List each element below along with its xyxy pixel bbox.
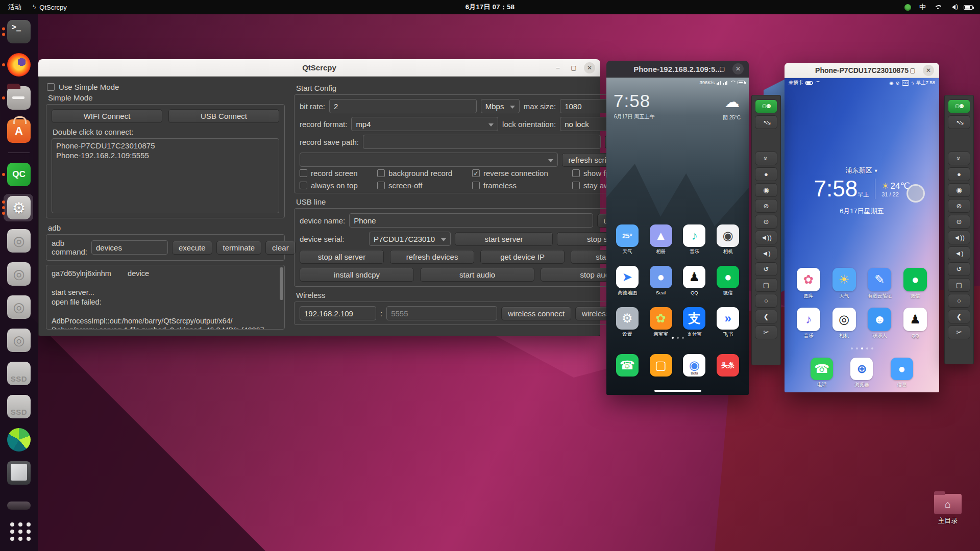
app-相册[interactable]: ▲相册 (644, 224, 678, 255)
close-button[interactable]: ✕ (584, 62, 595, 73)
dock-item-show-applications[interactable] (4, 519, 34, 543)
app-图库[interactable]: ✿图库 (791, 268, 826, 299)
app-messages-app[interactable]: ▢ (644, 354, 678, 377)
screenshot-button[interactable]: ● (948, 167, 970, 181)
start-server-button[interactable]: start server (455, 232, 553, 246)
app-switch-button[interactable]: ▢ (755, 278, 777, 292)
assistive-ball[interactable] (906, 184, 925, 203)
device-serial-dropdown[interactable]: P7CDU17C23010 (369, 232, 451, 246)
volume-down-button[interactable]: ◄) (755, 246, 777, 260)
get-device-IP-button[interactable]: get device IP (480, 250, 565, 264)
qtscrcpy-panel-button[interactable]: ⚇⚉ (755, 99, 777, 113)
phone2-screen[interactable]: 未插卡 ◉ ⊘ 90 ϟ 早上7:58 浦东新区 ▼ 7:58早上 ☀24℃ 3… (785, 78, 939, 392)
app-有道云笔记[interactable]: ✎有道云笔记 (862, 268, 898, 299)
app-音乐[interactable]: ♪音乐 (791, 308, 826, 339)
checkbox[interactable] (377, 182, 385, 189)
app-微信[interactable]: ●微信 (897, 268, 933, 299)
wifi-connect-button[interactable]: WIFI Connect (52, 109, 162, 123)
checkbox[interactable] (300, 182, 307, 189)
phone1-titlebar[interactable]: Phone-192.168.2.109:5... – ▢ ✕ (606, 61, 749, 78)
maximize-button[interactable]: ▢ (717, 63, 728, 74)
screen-off-button[interactable]: ⊘ (948, 199, 970, 213)
app-亲宝宝[interactable]: ✿亲宝宝 (644, 307, 678, 338)
record-format-dropdown[interactable]: mp4 (351, 117, 498, 131)
activities-button[interactable]: 活动 (8, 3, 21, 12)
minimize-button[interactable]: – (701, 63, 712, 74)
app-QQ[interactable]: ♟QQ (678, 266, 712, 296)
home-folder-desktop-icon[interactable]: ⌂ 主目录 (930, 494, 966, 525)
screen-on-button[interactable]: ◉ (948, 183, 970, 197)
qtscrcpy-panel-button[interactable]: ⚇⚉ (948, 99, 970, 113)
checkbox-record-screen[interactable]: record screen (300, 169, 377, 178)
bit-rate-unit-dropdown[interactable]: Mbps (481, 99, 520, 113)
log-scrollbar[interactable] (280, 267, 283, 300)
dock-item-files[interactable] (4, 86, 34, 110)
bit-rate-input[interactable] (329, 99, 477, 113)
app-飞书[interactable]: »飞书 (711, 307, 745, 338)
screen-shot-clip-button[interactable]: ✂ (948, 325, 970, 339)
volume-down-button[interactable]: ◄) (948, 246, 970, 260)
qtscrcpy-titlebar[interactable]: QtScrcpy – ▢ ✕ (38, 59, 600, 77)
app-相机[interactable]: ◉相机 (711, 224, 745, 255)
adb-command-input[interactable] (91, 240, 168, 255)
battery-icon[interactable] (964, 5, 973, 10)
dock-item-settings[interactable]: ⚙ (4, 196, 34, 219)
maximize-button[interactable]: ▢ (907, 65, 918, 76)
app-支付宝[interactable]: 支支付宝 (678, 307, 712, 338)
stop-all-server-button[interactable]: stop all server (300, 250, 384, 264)
app-音乐[interactable]: ♪音乐 (678, 224, 712, 255)
checkbox[interactable] (572, 169, 580, 177)
ime-language[interactable]: 中 (919, 3, 926, 12)
screenshot-button[interactable]: ● (755, 167, 777, 181)
clock[interactable]: 6月17日 07：58 (465, 3, 515, 12)
start-audio-button[interactable]: start audio (420, 268, 534, 282)
app-相机[interactable]: ◎相机 (826, 308, 862, 339)
dock-item-green-ball-app[interactable] (4, 428, 34, 452)
volume-up-button[interactable]: ◄)) (755, 231, 777, 244)
dock-item-tablet-device[interactable] (4, 461, 34, 485)
checkbox-frameless[interactable]: frameless (472, 181, 572, 190)
home-button[interactable]: ○ (948, 294, 970, 308)
dock-item-qtcreator[interactable]: QC (4, 163, 34, 186)
dock-item-usb-drive[interactable] (4, 494, 34, 510)
rotate-screen-button[interactable]: ↺ (755, 262, 777, 276)
dock-item-ubuntu-software[interactable]: A (4, 119, 34, 143)
app-Seal[interactable]: ●Seal (644, 266, 678, 296)
wireless-ip-input[interactable] (300, 306, 376, 320)
record-save-path-input[interactable] (363, 135, 601, 149)
dock-item-disk-4[interactable]: ◎ (4, 329, 34, 352)
rotate-screen-button[interactable]: ↺ (948, 262, 970, 276)
fullscreen-button[interactable]: ↖↘ (948, 115, 970, 129)
close-button[interactable]: ✕ (923, 65, 934, 76)
checkbox[interactable] (300, 169, 307, 177)
power-button[interactable]: ⊙ (755, 215, 777, 229)
dock-item-ssd-1[interactable]: SSD (4, 362, 34, 385)
volume-up-button[interactable]: ◄)) (948, 231, 970, 244)
minimize-button[interactable]: – (891, 65, 902, 76)
app-toutiao[interactable]: 头条 (711, 354, 745, 377)
fullscreen-button[interactable]: ↖↘ (755, 115, 777, 129)
app-天气[interactable]: 25°天气 (610, 224, 644, 255)
expand-notification-button[interactable]: » (755, 152, 777, 165)
home-button[interactable]: ○ (755, 294, 777, 308)
checkbox-background-record[interactable]: background record (377, 169, 472, 178)
adb-log-output[interactable]: ga7d65ylnj6xinhm device start server... … (46, 265, 285, 330)
app-messages-app[interactable]: ●信息 (882, 358, 922, 388)
checkbox[interactable] (572, 182, 580, 189)
close-button[interactable]: ✕ (732, 63, 744, 74)
checkbox[interactable] (377, 169, 385, 177)
dock-item-disk-3[interactable]: ◎ (4, 295, 34, 319)
device-name-input[interactable] (349, 213, 593, 228)
wireless-connect-button[interactable]: wireless connect (501, 307, 571, 320)
maximize-button[interactable]: ▢ (568, 62, 579, 73)
app-高德地图[interactable]: ➤高德地图 (610, 266, 644, 296)
app-phone-app[interactable]: ☎ (610, 354, 644, 377)
focused-app-menu[interactable]: ϟ QtScrcpy (33, 4, 67, 11)
dock-item-disk-2[interactable]: ◎ (4, 262, 34, 286)
terminate-button[interactable]: terminate (216, 241, 262, 255)
dock-item-disk-1[interactable]: ◎ (4, 229, 34, 253)
screen-off-button[interactable]: ⊘ (755, 199, 777, 213)
volume-icon[interactable] (949, 5, 955, 10)
app-QQ[interactable]: ♟QQ (897, 308, 933, 339)
checkbox[interactable] (472, 169, 480, 177)
